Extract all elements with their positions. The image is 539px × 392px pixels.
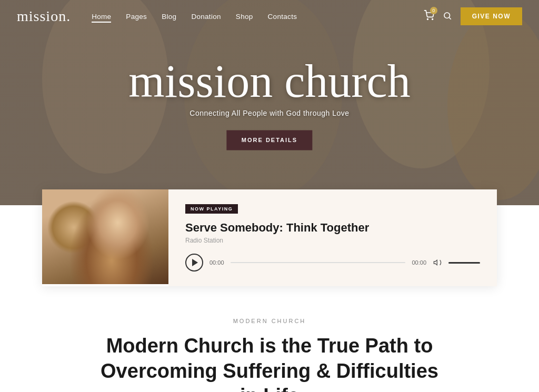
modern-church-section: MODERN CHURCH Modern Church is the True … <box>0 286 539 392</box>
svg-line-3 <box>449 17 451 19</box>
section-tag: MODERN CHURCH <box>17 318 522 324</box>
nav-links: Home Pages Blog Donation Shop Contacts <box>92 12 424 21</box>
svg-point-2 <box>444 13 450 18</box>
navbar: mission. Home Pages Blog Donation Shop C… <box>0 0 539 33</box>
audio-player-section: NOW PLAYING Serve Somebody: Think Togeth… <box>42 189 497 286</box>
audio-thumbnail <box>42 189 168 284</box>
site-logo[interactable]: mission. <box>17 8 71 25</box>
svg-marker-4 <box>434 260 437 265</box>
svg-point-1 <box>432 19 433 20</box>
search-button[interactable] <box>443 11 452 22</box>
hero-section: mission. Home Pages Blog Donation Shop C… <box>0 0 539 205</box>
cart-badge: 0 <box>430 7 437 14</box>
section-title: Modern Church is the True Path to Overco… <box>91 334 448 392</box>
nav-item-home[interactable]: Home <box>92 12 111 21</box>
audio-subtitle: Radio Station <box>185 237 480 244</box>
play-button[interactable] <box>185 254 203 272</box>
nav-item-donation[interactable]: Donation <box>191 12 221 21</box>
thumbnail-image <box>42 189 168 284</box>
progress-bar[interactable] <box>231 262 406 263</box>
volume-icon <box>433 258 442 267</box>
time-total: 00:00 <box>412 259 426 266</box>
time-current: 00:00 <box>209 259 224 266</box>
now-playing-badge: NOW PLAYING <box>185 204 238 214</box>
nav-item-shop[interactable]: Shop <box>236 12 253 21</box>
svg-point-0 <box>427 19 428 20</box>
search-icon <box>443 11 452 21</box>
nav-actions: 0 GIVE NOW <box>424 7 522 25</box>
audio-info: NOW PLAYING Serve Somebody: Think Togeth… <box>168 189 497 286</box>
nav-item-pages[interactable]: Pages <box>126 12 147 21</box>
play-icon <box>192 259 198 266</box>
volume-bar[interactable] <box>448 262 480 264</box>
hero-content: mission church Connecting All People wit… <box>128 58 410 150</box>
hero-title: mission church <box>128 58 410 105</box>
more-details-button[interactable]: MORE DETAILS <box>227 130 312 150</box>
hero-subtitle: Connecting All People with God through L… <box>128 109 410 117</box>
nav-item-contacts[interactable]: Contacts <box>268 12 297 21</box>
cart-icon[interactable]: 0 <box>424 10 434 23</box>
audio-title: Serve Somebody: Think Together <box>185 221 480 235</box>
nav-item-blog[interactable]: Blog <box>162 12 176 21</box>
give-now-button[interactable]: GIVE NOW <box>461 7 522 25</box>
audio-controls: 00:00 00:00 <box>185 254 480 272</box>
